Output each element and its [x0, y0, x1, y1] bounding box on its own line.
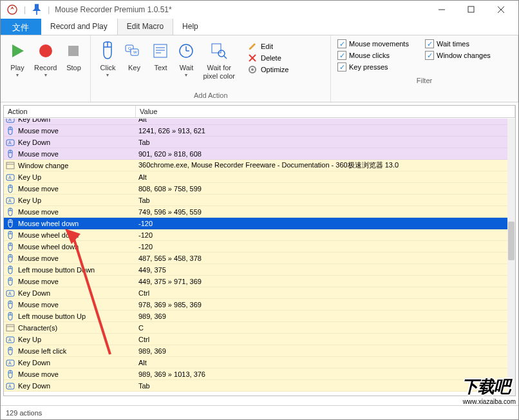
table-row[interactable]: Mouse left click989, 369 — [4, 345, 507, 357]
table-row[interactable]: Mouse move487, 565 » 458, 378 — [4, 253, 507, 264]
row-action-label: Key Up — [18, 173, 41, 181]
check-mouse-clicks[interactable]: ✓Mouse clicks — [337, 51, 415, 60]
table-row[interactable]: AKey DownTab — [4, 137, 507, 148]
delete-action[interactable]: Delete — [248, 53, 288, 62]
table-row[interactable]: Mouse wheel down-120 — [4, 218, 507, 229]
menu-edit-macro[interactable]: Edit Macro — [117, 19, 173, 35]
row-type-icon — [5, 184, 15, 193]
table-row[interactable]: Character(s)C — [4, 322, 507, 334]
table-row[interactable]: AKey UpAlt — [4, 171, 507, 183]
row-type-icon: A — [5, 335, 15, 344]
row-value: 989, 369 — [136, 347, 507, 355]
close-button[interactable] — [486, 1, 516, 19]
table-row[interactable]: AKey DownTab — [4, 380, 507, 392]
clock-icon — [178, 39, 194, 62]
row-value: -120 — [136, 243, 507, 251]
divider: | — [48, 5, 50, 14]
row-value: Tab — [136, 382, 507, 390]
col-value[interactable]: Value — [136, 106, 515, 117]
row-action-label: Mouse wheel down — [18, 243, 79, 251]
table-row[interactable]: Mouse wheel down-120 — [4, 229, 507, 241]
table-row[interactable]: Left mouse button Up989, 369 — [4, 310, 507, 322]
wait-button[interactable]: Wait▾ — [173, 38, 199, 79]
action-table: Action Value AKey DownAltMouse move1241,… — [3, 105, 516, 396]
row-value: Tab — [136, 138, 507, 146]
row-value: Ctrl — [136, 336, 507, 343]
row-type-icon — [5, 370, 15, 379]
table-row[interactable]: Mouse move749, 596 » 495, 559 — [4, 206, 507, 218]
table-row[interactable]: AKey DownAlt — [4, 119, 507, 125]
row-value: 1241, 626 » 913, 621 — [136, 127, 507, 135]
pencil-icon — [248, 42, 257, 51]
svg-text:A: A — [8, 361, 12, 365]
table-row[interactable]: Mouse move989, 369 » 1013, 376 — [4, 368, 507, 380]
svg-text:A: A — [8, 338, 12, 342]
click-button[interactable]: Click▾ — [95, 38, 120, 79]
svg-text:A: A — [8, 175, 12, 180]
check-window-changes[interactable]: ✓Window changes — [425, 51, 502, 60]
record-button[interactable]: Record▾ — [30, 38, 61, 79]
magnify-icon — [210, 39, 228, 62]
row-type-icon — [5, 207, 15, 216]
window-title: Mouse Recorder Premium 1.0.51* — [55, 5, 171, 14]
row-value: Ctrl — [136, 289, 507, 297]
wait-pixel-button[interactable]: Wait for pixel color — [199, 38, 239, 82]
table-row[interactable]: Mouse wheel down-120 — [4, 241, 507, 253]
titlebar: | | Mouse Recorder Premium 1.0.51* — [1, 1, 518, 19]
table-row[interactable]: Window change360chrome.exe, Mouse Record… — [4, 160, 507, 171]
row-action-label: Key Up — [18, 196, 41, 204]
table-row[interactable]: Mouse move808, 608 » 758, 599 — [4, 183, 507, 195]
menu-help[interactable]: Help — [173, 19, 208, 35]
check-key-presses[interactable]: ✓Key presses — [337, 62, 415, 72]
row-value: C — [136, 324, 507, 332]
play-button[interactable]: Play▾ — [5, 38, 30, 79]
pin-icon[interactable] — [31, 4, 42, 15]
menu-file[interactable]: 文件 — [1, 19, 41, 35]
menu-record-play[interactable]: Record and Play — [41, 19, 117, 35]
row-value: Alt — [136, 119, 507, 123]
table-row[interactable]: Mouse move978, 369 » 985, 369 — [4, 299, 507, 310]
row-value: 989, 369 — [136, 312, 507, 320]
divider: | — [24, 5, 26, 14]
row-action-label: Key Down — [18, 119, 50, 123]
row-value: Alt — [136, 359, 507, 367]
text-button[interactable]: Text — [147, 38, 173, 73]
col-action[interactable]: Action — [4, 106, 136, 117]
scroll-thumb[interactable] — [508, 222, 514, 260]
row-type-icon — [5, 161, 15, 170]
table-row[interactable]: AKey DownAlt — [4, 357, 507, 368]
table-row[interactable]: Mouse move449, 375 » 971, 369 — [4, 276, 507, 287]
row-action-label: Mouse left click — [18, 347, 66, 355]
row-value: 749, 596 » 495, 559 — [136, 208, 507, 216]
row-action-label: Key Down — [18, 289, 50, 297]
check-mouse-movements[interactable]: ✓Mouse movements — [337, 39, 415, 48]
scrollbar[interactable] — [507, 119, 515, 396]
table-row[interactable]: Mouse move901, 620 » 818, 608 — [4, 148, 507, 160]
minimize-button[interactable] — [427, 1, 457, 19]
optimize-action[interactable]: Optimize — [248, 65, 288, 74]
table-row[interactable]: AKey UpTab — [4, 195, 507, 206]
row-type-icon: A — [5, 289, 15, 298]
stop-button[interactable]: Stop — [61, 38, 86, 73]
svg-point-24 — [251, 68, 254, 71]
table-row[interactable]: AKey UpCtrl — [4, 334, 507, 345]
check-wait-times[interactable]: ✓Wait times — [425, 39, 502, 48]
key-button[interactable]: QW Key — [120, 38, 147, 73]
table-row[interactable]: Left mouse button Down449, 375 — [4, 264, 507, 276]
maximize-button[interactable] — [457, 1, 486, 19]
record-icon — [37, 39, 55, 62]
table-row[interactable]: Mouse move1241, 626 » 913, 621 — [4, 125, 507, 137]
row-type-icon — [5, 231, 15, 240]
table-body[interactable]: AKey DownAltMouse move1241, 626 » 913, 6… — [4, 119, 507, 396]
table-row[interactable]: AKey DownCtrl — [4, 287, 507, 299]
svg-rect-11 — [154, 44, 167, 57]
row-type-icon — [5, 277, 15, 286]
row-action-label: Mouse move — [18, 278, 59, 285]
row-value: 808, 608 » 758, 599 — [136, 185, 507, 193]
keyboard-icon: QW — [124, 39, 144, 62]
row-type-icon: A — [5, 173, 15, 182]
row-action-label: Character(s) — [18, 324, 57, 332]
row-type-icon: A — [5, 119, 15, 124]
row-type-icon — [5, 312, 15, 321]
edit-action[interactable]: Edit — [248, 42, 288, 51]
